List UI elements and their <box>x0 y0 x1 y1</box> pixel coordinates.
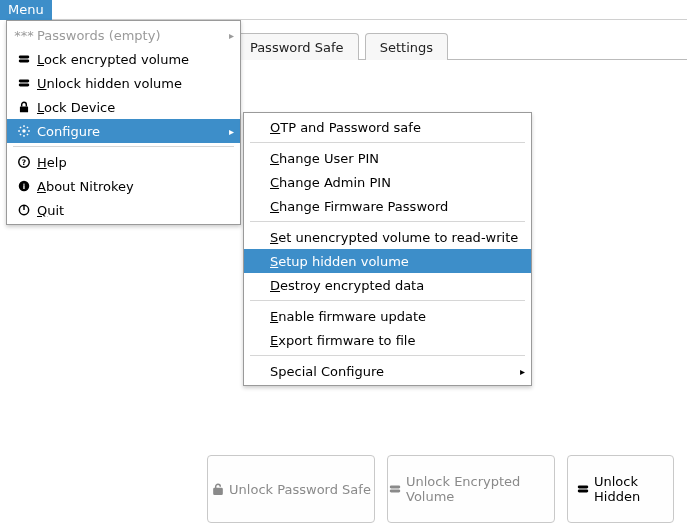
menu-item-label: Configure <box>37 124 100 139</box>
unlock-encrypted-volume-button[interactable]: Unlock Encrypted Volume <box>387 455 555 523</box>
svg-text:?: ? <box>22 158 26 167</box>
button-label: Unlock Password Safe <box>229 482 371 497</box>
svg-rect-8 <box>19 84 30 87</box>
submenu-item-setup-hidden-volume[interactable]: Setup hidden volume <box>244 249 531 273</box>
svg-rect-9 <box>20 106 28 112</box>
configure-submenu: OTP and Password safe Change User PIN Ch… <box>243 112 532 386</box>
menu-item-label: Destroy encrypted data <box>270 278 424 293</box>
tab-settings[interactable]: Settings <box>365 33 448 60</box>
submenu-item-destroy-encrypted[interactable]: Destroy encrypted data <box>244 273 531 297</box>
menu-item-label: Set unencrypted volume to read-write <box>270 230 518 245</box>
chevron-right-icon: ▸ <box>229 30 234 41</box>
button-label: Unlock Encrypted Volume <box>406 474 554 504</box>
svg-rect-4 <box>578 490 589 493</box>
menu-item-label: Help <box>37 155 67 170</box>
menu-separator <box>250 300 525 301</box>
menu-item-label: Quit <box>37 203 64 218</box>
menu-item-label: Special Configure <box>270 364 384 379</box>
svg-rect-0 <box>214 488 222 494</box>
menu-item-label: Lock encrypted volume <box>37 52 189 67</box>
bottom-button-row: Unlock Password Safe Unlock Encrypted Vo… <box>207 455 687 523</box>
lock-icon <box>15 100 33 114</box>
menu-item-quit[interactable]: Quit <box>7 198 240 222</box>
menu-separator <box>250 221 525 222</box>
unlock-hidden-volume-button[interactable]: Unlock Hidden <box>567 455 674 523</box>
svg-text:i: i <box>23 183 25 191</box>
menu-item-help[interactable]: ? Help <box>7 150 240 174</box>
chevron-right-icon: ▸ <box>520 366 525 377</box>
drive-icon <box>15 52 33 66</box>
submenu-item-export-firmware[interactable]: Export firmware to file <box>244 328 531 352</box>
menu-item-lock-device[interactable]: Lock Device <box>7 95 240 119</box>
svg-rect-6 <box>19 60 30 63</box>
svg-rect-3 <box>578 486 589 489</box>
menu-separator <box>250 142 525 143</box>
asterisk-icon: *** <box>15 28 33 43</box>
submenu-item-set-unencrypted-rw[interactable]: Set unencrypted volume to read-write <box>244 225 531 249</box>
menu-item-label: Passwords (empty) <box>37 28 160 43</box>
menu-item-label: Change User PIN <box>270 151 379 166</box>
drive-icon <box>15 76 33 90</box>
unlock-password-safe-button[interactable]: Unlock Password Safe <box>207 455 375 523</box>
menu-item-about[interactable]: i About Nitrokey <box>7 174 240 198</box>
submenu-item-special-configure[interactable]: Special Configure ▸ <box>244 359 531 383</box>
svg-rect-7 <box>19 80 30 83</box>
menu-item-label: Unlock hidden volume <box>37 76 182 91</box>
menu-item-label: Change Admin PIN <box>270 175 391 190</box>
chevron-right-icon: ▸ <box>229 126 234 137</box>
submenu-item-change-admin-pin[interactable]: Change Admin PIN <box>244 170 531 194</box>
tab-password-safe[interactable]: Password Safe <box>235 33 359 60</box>
menu-item-label: Lock Device <box>37 100 115 115</box>
submenu-item-otp-password-safe[interactable]: OTP and Password safe <box>244 115 531 139</box>
menu-item-passwords[interactable]: *** Passwords (empty) ▸ <box>7 23 240 47</box>
svg-point-10 <box>22 129 26 133</box>
info-icon: i <box>15 179 33 193</box>
drive-icon <box>576 482 590 496</box>
menu-separator <box>250 355 525 356</box>
submenu-item-change-user-pin[interactable]: Change User PIN <box>244 146 531 170</box>
svg-rect-2 <box>390 490 401 493</box>
menubar: Menu <box>0 0 687 20</box>
drive-icon <box>388 482 402 496</box>
menu-item-label: About Nitrokey <box>37 179 134 194</box>
submenu-item-change-firmware-password[interactable]: Change Firmware Password <box>244 194 531 218</box>
help-icon: ? <box>15 155 33 169</box>
unlock-icon <box>211 482 225 496</box>
menu-item-label: Setup hidden volume <box>270 254 409 269</box>
button-label: Unlock Hidden <box>594 474 673 504</box>
svg-rect-1 <box>390 486 401 489</box>
gear-icon <box>15 124 33 138</box>
power-icon <box>15 203 33 217</box>
main-menu: *** Passwords (empty) ▸ Lock encrypted v… <box>6 20 241 225</box>
menu-item-label: Enable firmware update <box>270 309 426 324</box>
menu-item-label: Change Firmware Password <box>270 199 448 214</box>
menu-item-label: OTP and Password safe <box>270 120 421 135</box>
menu-item-label: Export firmware to file <box>270 333 415 348</box>
menu-button[interactable]: Menu <box>0 0 52 20</box>
submenu-item-enable-firmware-update[interactable]: Enable firmware update <box>244 304 531 328</box>
menu-item-lock-encrypted[interactable]: Lock encrypted volume <box>7 47 240 71</box>
menu-item-configure[interactable]: Configure ▸ <box>7 119 240 143</box>
menu-item-unlock-hidden[interactable]: Unlock hidden volume <box>7 71 240 95</box>
svg-rect-5 <box>19 56 30 59</box>
menu-separator <box>13 146 234 147</box>
